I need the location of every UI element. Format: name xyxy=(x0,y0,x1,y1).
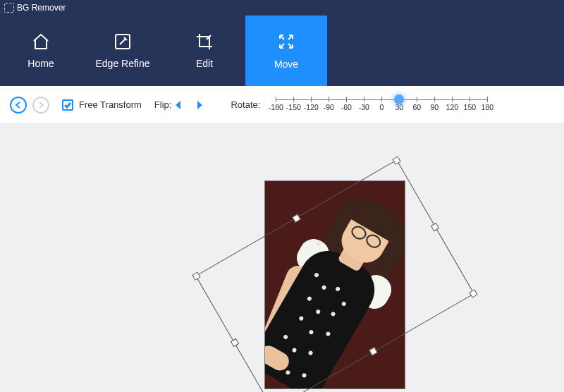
free-transform-label: Free Transform xyxy=(79,99,142,110)
rotate-slider-handle[interactable] xyxy=(394,94,404,104)
app-logo-icon xyxy=(4,3,14,13)
rotate-tick xyxy=(381,97,382,102)
canvas-area[interactable] xyxy=(0,124,564,392)
rotate-tick xyxy=(364,97,364,102)
rotate-tick-label: -180 xyxy=(269,103,283,111)
rotate-tick-label: -60 xyxy=(341,103,352,111)
rotate-tick xyxy=(293,97,294,102)
rotate-tick-label: 90 xyxy=(431,103,439,111)
undo-icon xyxy=(14,101,23,109)
main-toolbar: Home Edge Refine Edit Move xyxy=(0,16,564,86)
tool-move[interactable]: Move xyxy=(245,16,327,86)
tool-edge-refine-label: Edge Refine xyxy=(95,58,149,69)
tool-home[interactable]: Home xyxy=(0,16,82,86)
rotate-tick-label: -120 xyxy=(304,103,319,111)
rotate-tick xyxy=(329,97,329,102)
handle-top-right[interactable] xyxy=(392,156,400,164)
options-bar: Free Transform Flip: Rotate: -180-150-12… xyxy=(0,86,564,124)
redo-icon xyxy=(37,101,45,109)
tool-edit-label: Edit xyxy=(196,58,213,69)
app-title: BG Remover xyxy=(17,3,66,13)
flip-horizontal-button[interactable] xyxy=(176,100,187,110)
rotate-tick-label: -150 xyxy=(286,103,301,111)
rotate-tick-label: 60 xyxy=(413,103,422,111)
rotate-tick xyxy=(311,97,312,102)
rotate-slider[interactable]: -180-150-120-90-60-300306090120150180 xyxy=(276,92,487,118)
free-transform-toggle[interactable]: Free Transform xyxy=(62,99,142,111)
rotate-tick-label: 180 xyxy=(482,103,494,111)
flip-vertical-icon xyxy=(191,100,202,110)
tool-edge-refine[interactable]: Edge Refine xyxy=(82,16,164,86)
rotate-tick xyxy=(276,97,276,102)
edit-square-icon xyxy=(114,32,132,51)
handle-middle-left[interactable] xyxy=(231,338,239,347)
crop-icon xyxy=(195,32,214,51)
undo-button[interactable] xyxy=(10,97,27,114)
free-transform-checkbox[interactable] xyxy=(62,99,73,111)
rotate-tick-label: -30 xyxy=(359,103,369,111)
handle-middle-right[interactable] xyxy=(431,223,439,231)
rotate-tick-label: -90 xyxy=(324,103,334,111)
rotate-tick xyxy=(346,97,347,102)
tool-move-label: Move xyxy=(274,59,298,70)
rotate-tick-label: 150 xyxy=(464,103,477,111)
handle-bottom-right[interactable] xyxy=(469,289,477,298)
rotate-tick xyxy=(452,97,453,102)
rotate-tick-label: 120 xyxy=(446,103,459,111)
flip-group: Flip: xyxy=(154,99,203,110)
home-icon xyxy=(31,32,51,51)
rotate-tick xyxy=(470,97,470,102)
subject-person xyxy=(264,180,405,389)
svg-marker-2 xyxy=(197,101,202,109)
rotate-label: Rotate: xyxy=(231,99,260,110)
handle-top-left[interactable] xyxy=(192,271,200,280)
tool-edit[interactable]: Edit xyxy=(164,16,245,86)
flip-label: Flip: xyxy=(154,99,172,110)
rotate-tick xyxy=(487,97,488,102)
flip-vertical-button[interactable] xyxy=(191,100,202,110)
expand-arrows-icon xyxy=(276,32,296,51)
redo-button[interactable] xyxy=(32,97,49,114)
tool-home-label: Home xyxy=(27,58,54,69)
rotate-tick-label: 0 xyxy=(379,103,384,111)
rotate-tick xyxy=(417,97,417,102)
image-frame[interactable] xyxy=(264,180,405,389)
check-icon xyxy=(64,102,71,109)
svg-marker-1 xyxy=(176,101,180,109)
flip-horizontal-icon xyxy=(176,100,187,110)
titlebar: BG Remover xyxy=(0,0,564,16)
rotate-tick xyxy=(434,97,435,102)
